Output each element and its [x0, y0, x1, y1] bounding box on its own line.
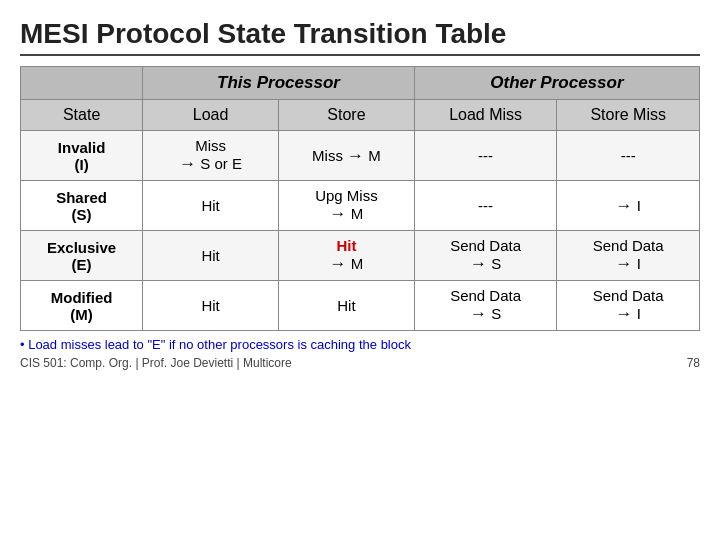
mesi-table: This Processor Other Processor State Loa…	[20, 66, 700, 331]
table-row: Shared(S)HitUpg Miss→ M---→ I	[21, 181, 700, 231]
table-row: Exclusive(E)HitHit→ MSend Data→ SSend Da…	[21, 231, 700, 281]
cell-state: Modified(M)	[21, 281, 143, 331]
cell-storemiss: Send Data→ I	[557, 281, 700, 331]
h2-load: Load	[143, 100, 279, 131]
h1-other-processor: Other Processor	[414, 67, 699, 100]
footer-bar: CIS 501: Comp. Org. | Prof. Joe Devietti…	[20, 356, 700, 370]
page: MESI Protocol State Transition Table Thi…	[0, 0, 720, 540]
cell-store: Miss → M	[279, 131, 415, 181]
cell-load: Hit	[143, 181, 279, 231]
cell-load: Miss→ S or E	[143, 131, 279, 181]
cell-state: Invalid(I)	[21, 131, 143, 181]
cell-loadmiss: Send Data→ S	[414, 231, 557, 281]
page-title: MESI Protocol State Transition Table	[20, 18, 700, 56]
footer-note: • Load misses lead to "E" if no other pr…	[20, 337, 700, 352]
cell-loadmiss: Send Data→ S	[414, 281, 557, 331]
cell-store: Upg Miss→ M	[279, 181, 415, 231]
h1-state	[21, 67, 143, 100]
cell-loadmiss: ---	[414, 131, 557, 181]
cell-load: Hit	[143, 281, 279, 331]
h2-loadmiss: Load Miss	[414, 100, 557, 131]
footer-text: CIS 501: Comp. Org. | Prof. Joe Devietti…	[20, 356, 292, 370]
footer-page: 78	[687, 356, 700, 370]
cell-store: Hit→ M	[279, 231, 415, 281]
cell-loadmiss: ---	[414, 181, 557, 231]
header-row-2: State Load Store Load Miss Store Miss	[21, 100, 700, 131]
cell-storemiss: → I	[557, 181, 700, 231]
table-wrap: This Processor Other Processor State Loa…	[20, 66, 700, 530]
cell-state: Shared(S)	[21, 181, 143, 231]
h2-store: Store	[279, 100, 415, 131]
h2-storemiss: Store Miss	[557, 100, 700, 131]
h2-state: State	[21, 100, 143, 131]
cell-storemiss: ---	[557, 131, 700, 181]
cell-load: Hit	[143, 231, 279, 281]
header-row-1: This Processor Other Processor	[21, 67, 700, 100]
cell-state: Exclusive(E)	[21, 231, 143, 281]
table-row: Modified(M)HitHitSend Data→ SSend Data→ …	[21, 281, 700, 331]
cell-storemiss: Send Data→ I	[557, 231, 700, 281]
h1-this-processor: This Processor	[143, 67, 415, 100]
table-row: Invalid(I)Miss→ S or EMiss → M------	[21, 131, 700, 181]
cell-store: Hit	[279, 281, 415, 331]
